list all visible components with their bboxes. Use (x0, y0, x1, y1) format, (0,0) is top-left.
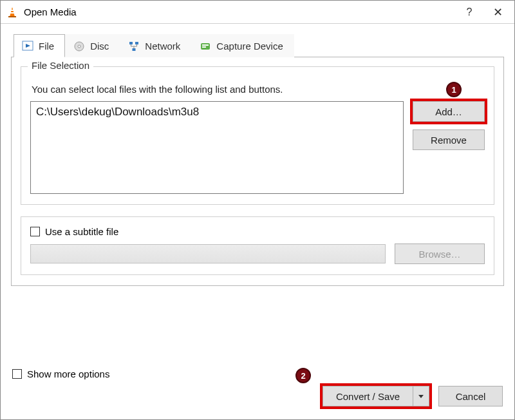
titlebar: Open Media ? ✕ (1, 1, 514, 24)
file-selection-legend: File Selection (28, 60, 93, 71)
tab-capture-label: Capture Device (216, 41, 283, 52)
add-button-label: Add… (435, 106, 462, 117)
help-button[interactable]: ? (455, 2, 483, 23)
open-media-dialog: Open Media ? ✕ File Disc Network Capture… (0, 0, 515, 420)
network-icon (128, 41, 140, 52)
svg-rect-8 (129, 42, 133, 44)
convert-save-label: Convert / Save (336, 391, 400, 402)
add-button[interactable]: Add… (413, 101, 485, 122)
svg-rect-13 (202, 46, 206, 48)
tab-capture[interactable]: Capture Device (191, 34, 294, 57)
use-subtitle-checkbox[interactable] (30, 227, 40, 236)
annotation-step-2: 2 (295, 368, 311, 383)
svg-rect-9 (135, 42, 138, 44)
tab-disc[interactable]: Disc (65, 34, 120, 57)
tab-file-label: File (39, 41, 54, 52)
show-more-options-row: Show more options (12, 368, 503, 379)
capture-device-icon (200, 41, 211, 52)
tab-network[interactable]: Network (120, 34, 191, 57)
use-subtitle-label: Use a subtitle file (45, 226, 118, 237)
file-list-entry[interactable]: C:\Users\dekug\Downloads\m3u8 (36, 106, 398, 119)
annotation-step-1: 1 (446, 82, 462, 97)
tab-disc-label: Disc (90, 41, 109, 52)
vlc-cone-icon (6, 6, 19, 19)
svg-marker-14 (418, 395, 424, 398)
file-panel: File Selection You can select local file… (11, 57, 504, 286)
convert-save-dropdown[interactable] (413, 386, 429, 406)
svg-rect-12 (202, 44, 209, 46)
file-selection-group: File Selection You can select local file… (21, 66, 494, 205)
remove-button[interactable]: Remove (413, 129, 485, 150)
svg-rect-3 (8, 16, 16, 17)
remove-button-label: Remove (431, 135, 467, 146)
file-selection-hint: You can select local files with the foll… (32, 84, 485, 95)
show-more-options-checkbox[interactable] (12, 369, 22, 379)
svg-marker-0 (10, 7, 15, 17)
convert-save-button[interactable]: Convert / Save (323, 386, 429, 406)
show-more-options-label: Show more options (27, 368, 109, 379)
tab-network-label: Network (145, 41, 180, 52)
svg-point-7 (78, 45, 80, 48)
close-button[interactable]: ✕ (483, 2, 512, 23)
file-play-icon (22, 40, 33, 52)
window-title: Open Media (24, 6, 455, 17)
chevron-down-icon (418, 393, 424, 399)
browse-subtitle-button: Browse… (395, 243, 485, 264)
cancel-button[interactable]: Cancel (438, 386, 503, 406)
svg-rect-10 (133, 48, 136, 51)
browse-subtitle-label: Browse… (418, 249, 460, 260)
svg-rect-1 (10, 10, 14, 11)
file-list[interactable]: C:\Users\dekug\Downloads\m3u8 (30, 101, 404, 194)
disc-icon (73, 41, 85, 52)
svg-rect-2 (10, 12, 15, 14)
tab-file[interactable]: File (14, 34, 65, 57)
subtitle-group: Use a subtitle file Browse… (21, 216, 494, 275)
cancel-button-label: Cancel (456, 391, 486, 402)
subtitle-path-input (30, 244, 386, 263)
tab-bar: File Disc Network Capture Device (11, 33, 504, 57)
dialog-footer: 2 Convert / Save Cancel (11, 386, 504, 413)
